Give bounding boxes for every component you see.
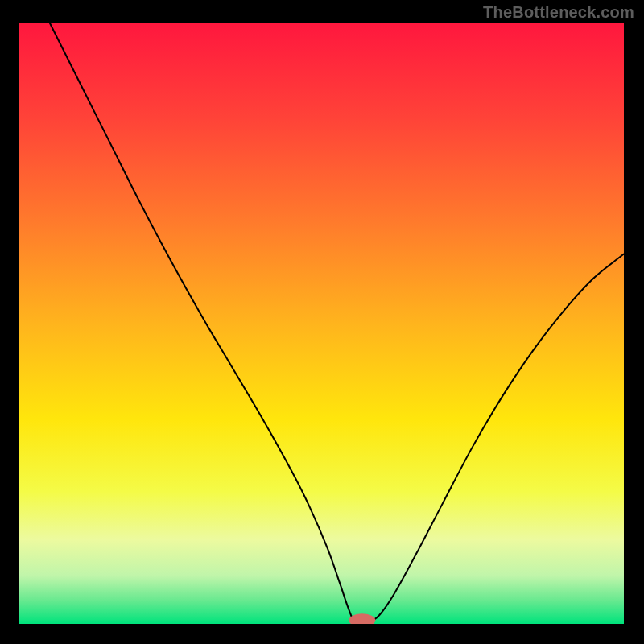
chart-root: TheBottleneck.com — [0, 0, 644, 644]
plot-frame — [19, 23, 624, 624]
bottleneck-chart — [19, 23, 624, 624]
watermark-label: TheBottleneck.com — [483, 3, 634, 22]
